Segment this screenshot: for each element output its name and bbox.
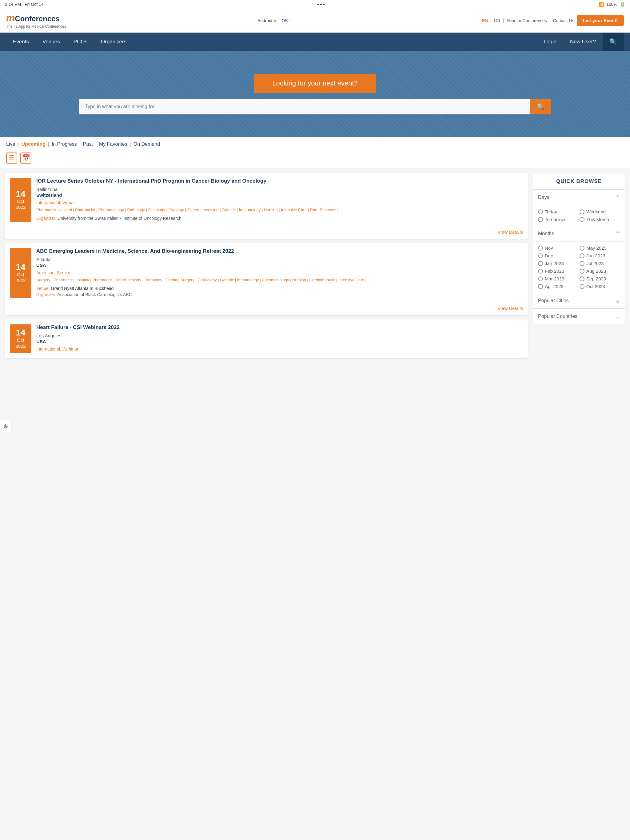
radio-dec-circle [538,253,543,258]
view-details-button-2[interactable]: View Details [5,303,528,315]
radio-today-circle [538,209,543,214]
event-card: 14 Oct 2022 IOR Lecture Series October N… [5,173,528,239]
radio-jun-2023-circle [579,253,584,258]
radio-nov[interactable]: Nov [538,245,578,251]
filter-past[interactable]: Past [83,141,93,147]
radio-today-label: Today [545,209,557,214]
filter-in-progress[interactable]: In Progress [52,141,77,147]
sidebar-months-section: Months ⌃ Nov May 2023 Dec [533,226,625,293]
about-link[interactable]: About mConferences [507,18,547,23]
logo-area: m Conferences The #1 App for Medical Con… [6,12,66,28]
event-organizer: Organizer: Association of Black Cardiolo… [36,292,523,297]
radio-nov-circle [538,246,543,251]
radio-today[interactable]: Today [538,209,578,214]
event-city: Atlanta [36,257,523,262]
event-card: 14 Oct 2022 Heart Failure - CSI Webinars… [5,319,528,358]
event-type: International, Webinar [36,346,523,351]
nav-events[interactable]: Events [6,33,36,51]
event-tags: Pharmacist Hospital | Pharmacist | Pharm… [36,207,523,213]
logo-m: m [6,12,15,24]
battery-indicator: 100% [606,2,617,7]
filter-favorites[interactable]: My Favorites [99,141,127,147]
filter-upcoming[interactable]: Upcoming [22,141,46,147]
radio-tomorrow-label: Tomorrow [545,217,565,222]
sidebar-popular-cities-section: Popular Cities ⌄ [533,293,625,308]
list-view-icon[interactable]: ☰ [6,153,17,164]
nav-venues[interactable]: Venues [36,33,67,51]
radio-aug-2023-circle [579,269,584,274]
popular-countries-chevron-icon: ⌄ [615,313,620,320]
months-section-label: Months [538,231,554,237]
radio-may-2023[interactable]: May 2023 [579,245,620,251]
event-details: IOR Lecture Series October NY - Internat… [36,178,523,222]
nav-pcos[interactable]: PCOs [67,33,94,51]
days-section-header[interactable]: Days ⌃ [533,190,625,205]
radio-oct-2023[interactable]: Oct 2023 [579,284,620,289]
hero-section: Looking for your next event? 🔍 [0,51,630,137]
status-bar: 3:14 PM Fri Oct 14 📶 100% 🔋 [0,0,630,9]
radio-feb-2023-circle [538,269,543,274]
search-button[interactable]: 🔍 [530,99,551,114]
radio-dec[interactable]: Dec [538,253,578,258]
android-icon: ◆ [274,18,277,23]
lang-en[interactable]: EN [482,18,488,23]
radio-weekend-label: Weekend [586,209,606,214]
popular-countries-header[interactable]: Popular Countries ⌄ [533,309,625,324]
events-list: 14 Oct 2022 IOR Lecture Series October N… [5,173,528,358]
sidebar-title: QUICK BROWSE [533,173,625,189]
lang-gr[interactable]: GR [494,18,500,23]
days-section-body: Today Weekend Tomorrow This Month [533,205,625,226]
ios-link[interactable]: iOS  [280,18,290,23]
status-date: Fri Oct 14 [25,2,43,7]
radio-tomorrow[interactable]: Tomorrow [538,217,578,222]
nav-search-icon[interactable]: 🔍 [603,33,624,51]
event-city: Bellinzona [36,186,523,192]
platform-links: Android ◆ iOS  [258,18,291,23]
popular-cities-label: Popular Cities [538,298,569,303]
nav-new-user[interactable]: New User? [563,33,603,51]
months-radio-grid: Nov May 2023 Dec Jun 2023 [538,245,620,289]
hero-crowd-bg [0,51,630,137]
event-country: Switzerland [36,193,523,198]
popular-cities-header[interactable]: Popular Cities ⌄ [533,293,625,308]
event-title: Heart Failure - CSI Webinars 2022 [36,324,523,330]
filter-on-demand[interactable]: On Demand [133,141,160,147]
months-section-body: Nov May 2023 Dec Jun 2023 [533,242,625,293]
android-link[interactable]: Android ◆ [258,18,277,23]
event-date-badge: 14 Oct 2022 [10,324,32,353]
hero-banner: Looking for your next event? [254,74,376,93]
event-date-badge: 14 Oct 2022 [10,178,32,222]
months-section-header[interactable]: Months ⌃ [533,226,625,242]
search-input[interactable] [79,99,530,114]
radio-aug-2023[interactable]: Aug 2023 [579,268,620,274]
radio-this-month-label: This Month [586,217,609,222]
event-card: 14 Oct 2022 ABC Emerging Leaders in Medi… [5,243,528,315]
event-title: ABC Emerging Leaders in Medicine, Scienc… [36,248,523,254]
radio-apr-2023[interactable]: Apr 2023 [538,284,578,289]
list-event-button[interactable]: List your Event! [577,15,624,26]
radio-feb-2023[interactable]: Feb 2023 [538,268,578,274]
radio-weekend[interactable]: Weekend [579,209,620,214]
radio-jan-2023[interactable]: Jan 2023 [538,261,578,266]
radio-may-2023-circle [579,246,584,251]
contact-link[interactable]: Contact Us [553,18,574,23]
event-details: Heart Failure - CSI Webinars 2022 Los An… [36,324,523,353]
event-type: International, Virtual [36,200,523,205]
radio-this-month[interactable]: This Month [579,217,620,222]
radio-sep-2023[interactable]: Sep 2023 [579,276,620,281]
logo-subtitle: The #1 App for Medical Conferences [6,24,66,28]
view-details-button-1[interactable]: View Details [5,227,528,239]
battery-icon: 🔋 [620,2,625,7]
months-chevron-icon: ⌃ [615,230,620,237]
radio-jul-2023[interactable]: Jul 2023 [579,261,620,266]
event-city: Los Angeles [36,333,523,338]
event-tags: Surgery | Pharmacist Hospital | Pharmaci… [36,277,523,284]
apple-icon:  [289,18,290,23]
radio-mar-2023[interactable]: Mar 2023 [538,276,578,281]
calendar-view-icon[interactable]: 📅 [20,153,32,164]
nav-login[interactable]: Login [537,33,563,51]
radio-jun-2023[interactable]: Jun 2023 [579,253,620,258]
filter-live[interactable]: Live [6,141,15,147]
status-right: 📶 100% 🔋 [598,2,625,7]
nav-organizers[interactable]: Organizers [94,33,133,51]
